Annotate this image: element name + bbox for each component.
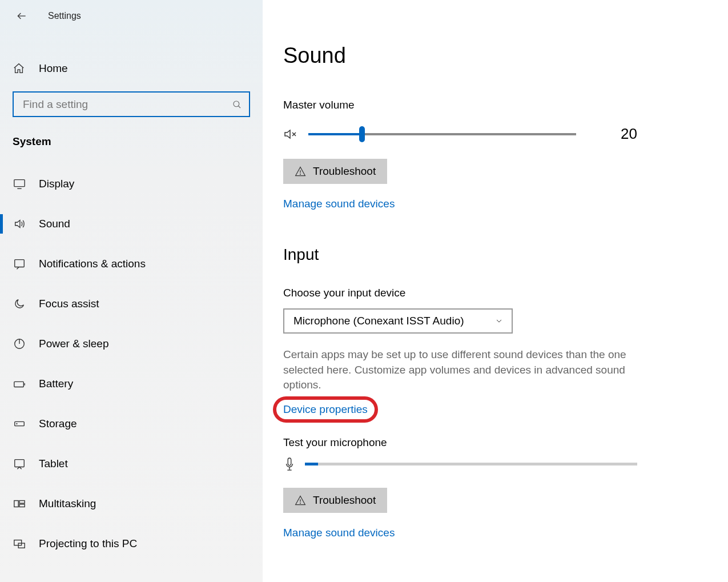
- category-label: System: [0, 117, 263, 148]
- sidebar: Settings Home System Display Sound Notif…: [0, 0, 263, 582]
- home-label: Home: [39, 62, 68, 75]
- sidebar-item-label: Sound: [39, 218, 70, 230]
- sidebar-item-multitasking[interactable]: Multitasking: [0, 484, 263, 524]
- sidebar-item-tablet[interactable]: Tablet: [0, 444, 263, 484]
- svg-rect-11: [14, 540, 22, 545]
- display-icon: [13, 177, 26, 191]
- storage-icon: [13, 417, 26, 431]
- master-volume-label: Master volume: [283, 99, 728, 111]
- moon-icon: [13, 297, 26, 311]
- nav-list: Display Sound Notifications & actions Fo…: [0, 164, 263, 564]
- microphone-icon: [283, 457, 296, 472]
- highlight-annotation: Device properties: [283, 403, 368, 416]
- svg-rect-14: [288, 458, 291, 465]
- sound-icon: [13, 217, 26, 231]
- battery-icon: [13, 377, 26, 391]
- project-icon: [13, 537, 26, 551]
- input-helper-text: Certain apps may be set up to use differ…: [283, 347, 649, 393]
- slider-thumb[interactable]: [359, 126, 365, 142]
- sidebar-item-power-sleep[interactable]: Power & sleep: [0, 324, 263, 364]
- sidebar-item-display[interactable]: Display: [0, 164, 263, 204]
- notifications-icon: [13, 257, 26, 271]
- svg-point-15: [300, 503, 301, 503]
- svg-rect-4: [14, 382, 24, 387]
- svg-point-13: [300, 174, 301, 175]
- manage-sound-devices-link-2[interactable]: Manage sound devices: [283, 527, 395, 539]
- choose-input-label: Choose your input device: [283, 287, 728, 299]
- svg-rect-1: [14, 180, 25, 187]
- svg-point-6: [17, 424, 17, 424]
- search-input[interactable]: [23, 98, 232, 111]
- header-title: Settings: [48, 11, 81, 21]
- svg-rect-5: [15, 422, 25, 426]
- sidebar-item-label: Storage: [39, 418, 77, 430]
- button-label: Troubleshoot: [313, 494, 376, 507]
- page-title: Sound: [283, 43, 728, 68]
- warning-icon: [295, 166, 306, 177]
- sidebar-item-label: Focus assist: [39, 298, 99, 310]
- main-content: Sound Master volume 20 Troubleshoot Mana…: [263, 0, 728, 582]
- tablet-icon: [13, 457, 26, 471]
- manage-sound-devices-link[interactable]: Manage sound devices: [283, 198, 395, 210]
- sidebar-item-focus-assist[interactable]: Focus assist: [0, 284, 263, 324]
- test-mic-row: [283, 457, 637, 472]
- sidebar-item-projecting[interactable]: Projecting to this PC: [0, 524, 263, 564]
- sidebar-item-battery[interactable]: Battery: [0, 364, 263, 404]
- sidebar-item-label: Notifications & actions: [39, 258, 146, 270]
- svg-rect-10: [19, 504, 25, 507]
- button-label: Troubleshoot: [313, 165, 376, 178]
- sidebar-item-label: Multitasking: [39, 497, 96, 510]
- troubleshoot-input-button[interactable]: Troubleshoot: [283, 488, 387, 513]
- home-icon: [13, 62, 26, 75]
- mute-icon[interactable]: [283, 127, 299, 141]
- sidebar-item-label: Projecting to this PC: [39, 537, 137, 550]
- multitasking-icon: [13, 497, 26, 511]
- back-button[interactable]: [13, 7, 31, 25]
- sidebar-item-label: Power & sleep: [39, 338, 109, 350]
- search-container: [0, 82, 263, 117]
- sidebar-item-label: Battery: [39, 378, 73, 390]
- sidebar-item-label: Tablet: [39, 457, 68, 470]
- volume-row: 20: [283, 125, 637, 143]
- header: Settings: [0, 0, 263, 27]
- svg-rect-7: [15, 460, 25, 467]
- search-icon: [232, 99, 242, 110]
- svg-rect-2: [15, 260, 25, 267]
- svg-rect-8: [14, 501, 18, 507]
- sidebar-item-notifications[interactable]: Notifications & actions: [0, 244, 263, 284]
- sidebar-item-label: Display: [39, 178, 74, 190]
- test-mic-label: Test your microphone: [283, 436, 728, 449]
- power-icon: [13, 337, 26, 351]
- sidebar-item-storage[interactable]: Storage: [0, 404, 263, 444]
- warning-icon: [295, 495, 306, 506]
- device-properties-link[interactable]: Device properties: [283, 403, 368, 416]
- slider-fill: [308, 133, 362, 135]
- sidebar-item-sound[interactable]: Sound: [0, 204, 263, 244]
- troubleshoot-output-button[interactable]: Troubleshoot: [283, 159, 387, 184]
- mic-level-bar: [305, 463, 637, 465]
- volume-value: 20: [621, 125, 637, 143]
- svg-rect-9: [19, 501, 25, 504]
- sidebar-home[interactable]: Home: [0, 55, 263, 82]
- volume-slider[interactable]: [308, 133, 576, 135]
- dropdown-value: Microphone (Conexant ISST Audio): [293, 315, 464, 327]
- input-heading: Input: [283, 246, 728, 264]
- chevron-down-icon: [494, 316, 504, 326]
- input-device-dropdown[interactable]: Microphone (Conexant ISST Audio): [283, 308, 513, 334]
- arrow-left-icon: [16, 10, 27, 22]
- search-box[interactable]: [13, 91, 250, 117]
- mic-level-fill: [305, 463, 318, 465]
